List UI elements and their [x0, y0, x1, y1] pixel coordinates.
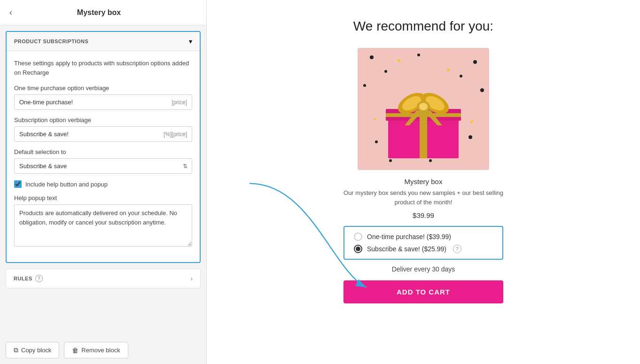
one-time-label: One time purchase option verbiage — [14, 85, 192, 92]
product-subscriptions-card: PRODUCT SUBSCRIPTIONS ▾ These settings a… — [6, 31, 201, 263]
include-help-checkbox[interactable] — [14, 180, 22, 188]
left-panel: ‹ Mystery box PRODUCT SUBSCRIPTIONS ▾ Th… — [0, 0, 207, 364]
one-time-input[interactable] — [19, 99, 168, 106]
description-text: These settings apply to products with su… — [14, 59, 192, 77]
back-button[interactable]: ‹ — [9, 8, 12, 17]
rules-header-left: RULES ? — [14, 275, 43, 282]
product-price: $39.99 — [413, 211, 434, 219]
one-time-field-group: One time purchase option verbiage [price… — [14, 85, 192, 110]
remove-block-button[interactable]: 🗑 Remove block — [64, 342, 128, 358]
default-selection-wrap[interactable]: Subscribe & save One-time purchase ⇅ — [14, 158, 192, 174]
radio-one-time[interactable] — [354, 232, 362, 241]
svg-point-6 — [480, 88, 484, 92]
right-panel-container: We recommend for you: — [216, 19, 631, 355]
back-icon: ‹ — [9, 8, 12, 17]
help-popup-field-group: Help popup text Products are automatical… — [14, 194, 192, 248]
product-description: Our mystery box sends you new samples + … — [343, 188, 503, 207]
subscription-input[interactable] — [19, 131, 160, 138]
svg-point-3 — [473, 60, 477, 64]
panel-header: ‹ Mystery box — [0, 0, 206, 25]
svg-point-1 — [370, 55, 374, 59]
svg-point-8 — [468, 135, 472, 139]
option-row-subscribe[interactable]: Subscribe & save! ($25.99) ? — [354, 245, 493, 253]
section-header-label: PRODUCT SUBSCRIPTIONS — [14, 39, 88, 44]
svg-point-2 — [384, 70, 387, 73]
product-image — [358, 48, 489, 170]
copy-block-button[interactable]: ⧉ Copy block — [6, 342, 59, 358]
option-row-one-time[interactable]: One-time purchase! ($39.99) — [354, 232, 493, 241]
deliver-text: Deliver every 30 days — [392, 265, 455, 273]
product-name: Mystery box — [405, 178, 443, 186]
svg-rect-20 — [386, 113, 461, 117]
option-subscribe-label: Subscribe & save! ($25.99) — [367, 245, 446, 253]
svg-point-4 — [460, 75, 462, 77]
subscription-label: Subscription option verbiage — [14, 116, 192, 124]
copy-icon: ⧉ — [14, 346, 18, 354]
section-content: These settings apply to products with su… — [7, 51, 200, 262]
help-popup-textarea[interactable]: Products are automatically delivered on … — [14, 204, 192, 247]
rules-label: RULES — [14, 276, 32, 281]
svg-point-26 — [419, 103, 428, 110]
help-popup-label: Help popup text — [14, 194, 192, 201]
one-time-input-wrap[interactable]: [price] — [14, 94, 192, 110]
radio-subscribe[interactable] — [354, 245, 362, 253]
svg-point-12 — [429, 159, 432, 162]
add-to-cart-button[interactable]: ADD TO CART — [343, 280, 503, 303]
rules-section: RULES ? › — [6, 269, 201, 288]
subscribe-help-icon[interactable]: ? — [453, 245, 461, 253]
bottom-buttons: ⧉ Copy block 🗑 Remove block — [0, 336, 206, 364]
subscription-tag: [%][price] — [164, 131, 187, 138]
rules-header[interactable]: RULES ? › — [6, 269, 200, 288]
trash-icon: 🗑 — [72, 347, 78, 354]
default-selection-label: Default selection to — [14, 148, 192, 155]
include-help-label: Include help button and popup — [25, 181, 108, 188]
rules-help-icon[interactable]: ? — [35, 275, 43, 282]
remove-block-label: Remove block — [81, 347, 120, 354]
options-box: One-time purchase! ($39.99) Subscribe & … — [343, 226, 503, 260]
svg-point-5 — [363, 84, 366, 87]
page-title: Mystery box — [18, 8, 180, 17]
product-card: Mystery box Our mystery box sends you ne… — [343, 48, 503, 303]
subscription-field-group: Subscription option verbiage [%][price] — [14, 116, 192, 142]
one-time-tag: [price] — [172, 99, 187, 106]
svg-point-11 — [417, 54, 420, 56]
svg-point-9 — [389, 159, 392, 162]
include-help-row: Include help button and popup — [14, 180, 192, 188]
chevron-down-icon: ▾ — [189, 38, 192, 45]
recommend-title: We recommend for you: — [353, 19, 493, 34]
section-header-subscriptions[interactable]: PRODUCT SUBSCRIPTIONS ▾ — [7, 32, 200, 51]
option-one-time-label: One-time purchase! ($39.99) — [367, 233, 451, 240]
copy-block-label: Copy block — [21, 347, 51, 354]
default-selection-field-group: Default selection to Subscribe & save On… — [14, 148, 192, 174]
default-selection-select[interactable]: Subscribe & save One-time purchase — [14, 158, 192, 174]
subscription-input-wrap[interactable]: [%][price] — [14, 126, 192, 142]
rules-chevron-icon: › — [190, 275, 193, 282]
svg-point-7 — [375, 140, 378, 143]
right-panel: We recommend for you: — [207, 0, 640, 364]
